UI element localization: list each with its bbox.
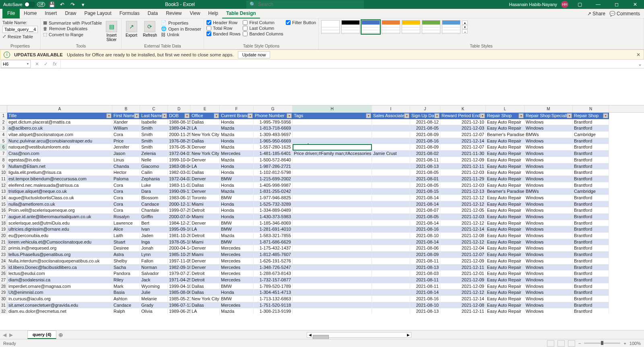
cell[interactable]: Jaden: [140, 233, 168, 239]
cell[interactable]: Brantford: [573, 271, 609, 277]
row-header[interactable]: 26: [0, 271, 7, 277]
cell[interactable]: Honda: [220, 138, 254, 145]
row-header[interactable]: 19: [0, 226, 7, 233]
cell[interactable]: [372, 157, 410, 163]
cell[interactable]: Windows: [524, 182, 573, 189]
table-header-cell[interactable]: Office▾: [190, 113, 220, 119]
cell[interactable]: Windows: [524, 163, 573, 170]
cell[interactable]: [372, 302, 410, 309]
cell[interactable]: 2021-12-09: [440, 258, 486, 264]
cell[interactable]: Easy Auto Repair: [486, 302, 524, 309]
cell[interactable]: [372, 239, 410, 246]
cell[interactable]: Pandora: [112, 271, 140, 277]
first-col-check[interactable]: First Column: [243, 20, 283, 25]
row-header[interactable]: 21: [0, 239, 7, 246]
cell[interactable]: [372, 264, 410, 271]
sheet-nav-next[interactable]: ▶: [8, 332, 14, 338]
cell[interactable]: LA: [190, 308, 220, 314]
cell[interactable]: 1999-07-29: [168, 207, 190, 214]
cell[interactable]: Mazda: [220, 308, 254, 314]
cell[interactable]: Mazda: [220, 125, 254, 132]
remove-duplicates-button[interactable]: 🗑 Remove Duplicates: [43, 26, 102, 31]
cell[interactable]: Toronto: [190, 195, 220, 201]
tab-draw[interactable]: Draw: [61, 9, 80, 19]
cell[interactable]: Dara: [140, 188, 168, 195]
sheet-nav-prev[interactable]: ◀: [2, 332, 7, 338]
cell[interactable]: 1-525-732-3289: [254, 201, 293, 208]
cell[interactable]: BMW: [220, 195, 254, 201]
cell[interactable]: Riley: [112, 277, 140, 283]
horizontal-scrollbar[interactable]: ◀ ▶: [307, 332, 411, 338]
cell[interactable]: Easy Auto Repair: [486, 283, 524, 290]
cell[interactable]: Ashton: [112, 296, 140, 302]
row-header[interactable]: 13: [0, 188, 7, 195]
cell[interactable]: Mazda: [220, 132, 254, 138]
cell[interactable]: BMWs: [524, 188, 573, 195]
cell[interactable]: Honda: [220, 201, 254, 208]
sheet-tab-active[interactable]: query (4): [27, 330, 56, 339]
zoom-out-button[interactable]: −: [578, 341, 581, 346]
cell[interactable]: Lynn: [140, 252, 168, 258]
cell[interactable]: [372, 176, 410, 182]
cell[interactable]: Miami: [190, 201, 220, 208]
cell[interactable]: 1972-04-03: [168, 176, 190, 182]
cell[interactable]: Easy Auto Repair: [486, 239, 524, 246]
cell[interactable]: 1983-08-04: [168, 163, 190, 170]
cell[interactable]: 1-481-185-6401: [254, 151, 293, 157]
cell[interactable]: Candace: [112, 302, 140, 309]
cell[interactable]: 1-813-718-6669: [254, 125, 293, 132]
cell[interactable]: Brantford: [573, 176, 609, 182]
cell[interactable]: 1-987-286-2721: [254, 163, 293, 170]
cell[interactable]: Detroit: [190, 207, 220, 214]
cell[interactable]: Easy Auto Repair: [486, 271, 524, 277]
table-name-input[interactable]: [2, 26, 38, 33]
cell[interactable]: Honda: [220, 207, 254, 214]
column-header-I[interactable]: I: [372, 105, 410, 112]
zoom-slider[interactable]: [584, 343, 620, 344]
filter-dropdown-icon[interactable]: ▾: [603, 113, 608, 118]
cell[interactable]: Denver: [190, 245, 220, 252]
cell[interactable]: 1-965-950-6669: [254, 138, 293, 145]
cell[interactable]: [372, 233, 410, 239]
column-header-G[interactable]: G: [254, 105, 293, 112]
cell[interactable]: 1-288-673-8143: [254, 271, 293, 277]
row-header[interactable]: 28: [0, 283, 7, 290]
row-header[interactable]: 1: [0, 113, 7, 119]
cell[interactable]: Windows: [524, 119, 573, 126]
cell[interactable]: Blossom: [140, 195, 168, 201]
cell[interactable]: Windows: [524, 207, 573, 214]
table-style-thumb[interactable]: [382, 20, 400, 34]
cell[interactable]: Luke: [140, 182, 168, 189]
cell[interactable]: 2021-12-05: [440, 207, 486, 214]
cell[interactable]: 2021-12-01: [440, 271, 486, 277]
cell[interactable]: Brantford: [573, 283, 609, 290]
cell[interactable]: Smith: [140, 138, 168, 145]
table-style-thumb[interactable]: [321, 20, 340, 34]
filter-dropdown-icon[interactable]: ▾: [434, 113, 440, 118]
cell[interactable]: Easy Auto Repair: [486, 277, 524, 283]
cell[interactable]: 2021-08-09: [410, 252, 440, 258]
cell[interactable]: Olivia: [140, 308, 168, 314]
cell[interactable]: LA: [190, 163, 220, 170]
table-styles-gallery[interactable]: ▴▾⌄: [321, 20, 641, 34]
cell[interactable]: 1985-05-21: [168, 296, 190, 302]
cell[interactable]: Jennifer: [112, 144, 140, 151]
cell[interactable]: natoque@vestibulumlorem.edu: [7, 144, 112, 151]
cell[interactable]: Easy Auto Repair: [486, 226, 524, 233]
row-header[interactable]: 22: [0, 245, 7, 252]
cell[interactable]: Hector: [112, 169, 140, 176]
cell[interactable]: [372, 163, 410, 170]
cell[interactable]: Zelenia: [140, 151, 168, 157]
cell[interactable]: 2021-12-12: [440, 220, 486, 227]
cell[interactable]: LA: [190, 125, 220, 132]
cell[interactable]: 2021-12-03: [440, 214, 486, 220]
cell[interactable]: Beamer's Paradise: [486, 132, 524, 138]
cell[interactable]: [293, 220, 372, 227]
cell[interactable]: Mazda: [220, 233, 254, 239]
cell[interactable]: vitae.aliquet@sociisnatoque.com: [7, 132, 112, 138]
cell[interactable]: 2021-08-11: [410, 277, 440, 283]
cell[interactable]: Brantford: [573, 277, 609, 283]
cell[interactable]: [293, 201, 372, 208]
cell[interactable]: [293, 195, 372, 201]
cell[interactable]: 2021-12-12: [440, 201, 486, 208]
